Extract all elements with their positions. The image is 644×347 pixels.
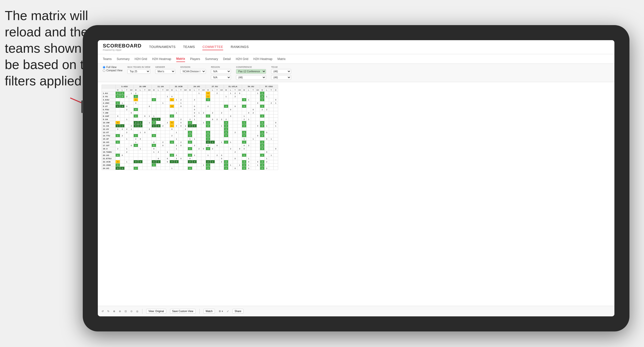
matrix-cell [147,131,152,134]
sub-nav-players-h2h-grid[interactable]: H2H Grid [236,56,248,62]
conference-select-2[interactable]: (All) [236,75,266,80]
nav-item-teams[interactable]: TEAMS [183,44,195,50]
sub-nav-players-heatmap[interactable]: H2H Heatmap [253,56,272,62]
matrix-cell [242,150,247,154]
sub-nav-detail[interactable]: Detail [223,56,231,62]
sub-nav-players[interactable]: Players [190,56,200,62]
matrix-cell: 4 [192,160,197,163]
matrix-cell [183,150,188,154]
team-select[interactable]: (All) [271,69,291,74]
matrix-cell [183,141,188,144]
team-select-2[interactable]: (All) [271,75,291,80]
save-custom-view-btn[interactable]: Save Custom View [170,309,196,314]
matrix-cell [129,157,134,160]
matrix-cell: 1 [256,163,260,167]
matrix-cell: 1 [165,95,170,98]
matrix-cell [120,118,125,121]
matrix-cell [125,163,129,167]
sub-nav-teams[interactable]: Teams [103,56,112,62]
matrix-cell [237,114,242,118]
share-btn[interactable]: Share [232,309,244,314]
matrix-cell [260,150,265,154]
max-teams-select[interactable]: Top 25 [127,69,150,74]
matrix-cell [192,157,197,160]
settings-btn[interactable]: ⚙ ▾ [219,310,223,313]
row-label: 1. AU [102,92,116,95]
toolbar-divider-2 [199,309,200,314]
matrix-cell [161,167,165,170]
matrix-cell [224,98,228,101]
redo-btn[interactable]: ↻ [107,310,109,313]
matrix-cell: 3 [224,124,228,128]
compact-view-radio[interactable]: Compact View [103,69,122,72]
matrix-cell [228,105,233,108]
matrix-cell [147,163,152,167]
matrix-cell: 2 [192,124,197,128]
fit-btn[interactable]: ⊙ [130,310,132,313]
row-label: 10. UW [102,121,116,124]
matrix-cell [256,128,260,131]
matrix-cell [233,121,237,124]
sub-nav-summary[interactable]: Summary [117,56,129,62]
row-label: 18. U [102,147,116,150]
remove-btn[interactable]: ⊖ [119,310,121,313]
matrix-cell [233,154,237,157]
sub-nav-players-matrix[interactable]: Matrix [277,56,286,62]
matrix-cell [143,141,147,144]
matrix-cell [129,98,134,101]
matrix-cell [237,128,242,131]
matrix-cell: 0 [247,160,251,163]
matrix-cell [256,108,260,111]
matrix-cell [161,111,165,114]
matrix-cell [174,118,179,121]
undo-btn[interactable]: ↺ [102,310,104,313]
matrix-scroll-area[interactable]: 3. ASU 10. UW 11. UA 22. UCB 24. UO [98,82,614,306]
matrix-cell [224,111,228,114]
row-label: 12. UV [102,128,116,131]
matrix-cell [224,108,228,111]
matrix-cell: 4 [242,105,247,108]
matrix-cell: 3 [188,154,192,157]
region-select-2[interactable]: N/A [211,75,231,80]
matrix-cell [152,154,156,157]
division-select[interactable]: NCAA Division I [180,69,206,74]
expand-btn[interactable]: ⤢ [227,310,229,313]
conference-select[interactable]: Pac-12 Conference [236,69,266,74]
sub-nav: Teams Summary H2H Grid H2H Heatmap Matri… [98,54,614,64]
add-btn[interactable]: ⊕ [113,310,115,313]
matrix-cell: 4 [116,121,120,124]
matrix-cell [247,114,251,118]
matrix-cell: 2 [138,124,143,128]
matrix-cell [120,108,125,111]
matrix-cell [269,124,274,128]
table-row: 14. TTU12132300003 [102,134,278,137]
watch-btn[interactable]: Watch [203,309,215,314]
sub-nav-h2h-grid[interactable]: H2H Grid [135,56,147,62]
matrix-cell [237,121,242,124]
view-original-btn[interactable]: View: Original [146,309,166,314]
matrix-cell: 1 [120,101,125,105]
matrix-cell: 1 [219,124,224,128]
nav-item-tournaments[interactable]: TOURNAMENTS [149,44,176,50]
sub-nav-h2h-heatmap[interactable]: H2H Heatmap [152,56,171,62]
circle-btn[interactable]: ◎ [136,310,138,313]
grid-btn[interactable]: ⊡ [125,310,127,313]
region-select[interactable]: N/A [211,69,231,74]
matrix-cell [192,92,197,95]
matrix-cell [129,141,134,144]
logo-text: SCOREBOARD [103,43,141,49]
matrix-cell [201,105,206,108]
nav-item-committee[interactable]: COMMITTEE [202,44,223,50]
matrix-cell [206,118,210,121]
matrix-cell [210,105,215,108]
sub-nav-matrix[interactable]: Matrix [176,56,185,62]
sub-nav-players-summary[interactable]: Summary [205,56,218,62]
full-view-radio[interactable]: Full View [103,66,122,69]
matrix-cell [156,163,161,167]
matrix-cell [215,105,219,108]
gender-select[interactable]: Men's [155,69,175,74]
nav-item-rankings[interactable]: RANKINGS [231,44,249,50]
matrix-cell [256,121,260,124]
matrix-cell: 0 [116,92,120,95]
row-label: 9. UA [102,118,116,121]
